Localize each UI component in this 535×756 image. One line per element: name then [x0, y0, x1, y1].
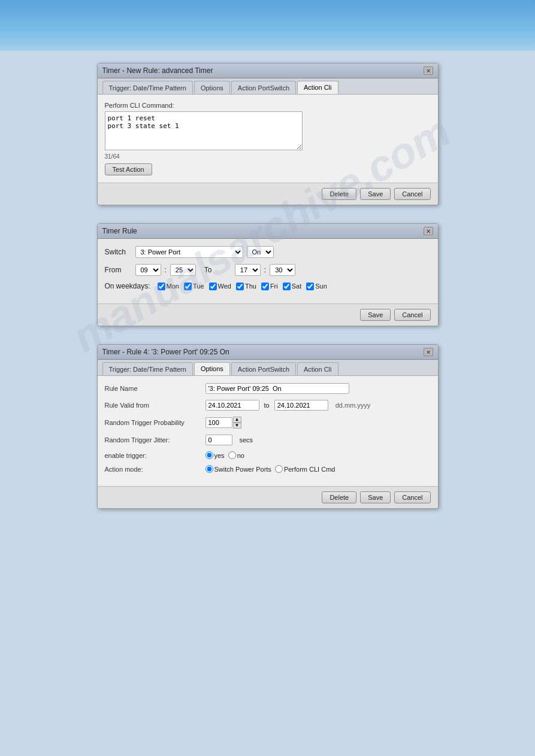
time-separator-2: :	[264, 266, 266, 274]
dialog3-delete-button[interactable]: Delete	[322, 491, 356, 503]
tab-action-cli[interactable]: Action Cli	[297, 81, 338, 94]
switch-row: Switch 3: Power Port On Off	[105, 246, 431, 258]
dialog1-delete-button[interactable]: Delete	[322, 188, 356, 200]
enable-trigger-yes-radio[interactable]	[205, 451, 213, 459]
rule-name-row: Rule Name	[105, 383, 431, 394]
action-mode-row: Action mode: Switch Power Ports Perform …	[105, 465, 431, 473]
dialog3-close-button[interactable]: ✕	[424, 348, 433, 356]
checkbox-fri[interactable]	[261, 283, 269, 290]
enable-trigger-row: enable trigger: yes no	[105, 451, 431, 459]
dialog2-title: Timer Rule	[102, 227, 137, 235]
enable-trigger-no-label[interactable]: no	[228, 451, 244, 459]
char-count: 31/64	[105, 153, 431, 160]
time-row: From 09 : 25 To 17 : 30	[105, 264, 431, 276]
enable-trigger-radio-group: yes no	[205, 451, 244, 459]
dialog3-tab-portswitch[interactable]: Action PortSwitch	[231, 362, 296, 375]
day-tue-label: Tue	[193, 283, 204, 290]
dialog1-save-button[interactable]: Save	[360, 188, 391, 200]
spinner-down[interactable]: ▼	[233, 423, 241, 429]
from-hour-select[interactable]: 09	[135, 264, 161, 276]
checkbox-thu[interactable]	[236, 283, 244, 290]
weekdays-label: On weekdays:	[105, 282, 150, 290]
weekday-row: On weekdays: Mon Tue Wed Thu	[105, 282, 431, 290]
jitter-unit: secs	[240, 436, 253, 444]
random-jitter-input[interactable]	[205, 435, 232, 445]
dialog1-tabs: Trigger: Date/Time Pattern Options Actio…	[98, 78, 438, 95]
dialog3-tabs: Trigger: Date/Time Pattern Options Actio…	[98, 360, 438, 376]
day-fri-label: Fri	[270, 283, 278, 290]
dialog3-body: Rule Name Rule Valid from to dd.mm.yyyy …	[98, 376, 438, 486]
dialog3-tab-trigger[interactable]: Trigger: Date/Time Pattern	[102, 362, 193, 375]
cli-label: Perform CLI Command:	[105, 102, 431, 109]
day-fri[interactable]: Fri	[261, 283, 278, 290]
date-format: dd.mm.yyyy	[335, 402, 371, 409]
dialog2-close-button[interactable]: ✕	[424, 227, 433, 235]
state-select[interactable]: On Off	[247, 246, 274, 258]
from-min-select[interactable]: 25	[170, 264, 196, 276]
day-wed[interactable]: Wed	[209, 283, 231, 290]
action-switch-radio[interactable]	[205, 465, 213, 473]
rule-valid-from-input[interactable]	[205, 400, 259, 411]
dialog3-tab-cli[interactable]: Action Cli	[297, 362, 338, 375]
rule-valid-to-input[interactable]	[274, 400, 328, 411]
test-action-button[interactable]: Test Action	[105, 163, 152, 175]
spinner-up[interactable]: ▲	[233, 417, 241, 423]
dialog-new-rule: Timer - New Rule: advanced Timer ✕ Trigg…	[97, 63, 439, 205]
enable-trigger-yes-label[interactable]: yes	[205, 451, 225, 459]
dialog1-titlebar: Timer - New Rule: advanced Timer ✕	[98, 63, 438, 78]
to-hour-select[interactable]: 17	[235, 264, 261, 276]
dialog2-body: Switch 3: Power Port On Off From 09 : 25	[98, 239, 438, 303]
checkbox-mon[interactable]	[158, 283, 165, 290]
action-switch-text: Switch Power Ports	[214, 466, 271, 473]
enable-trigger-no-radio[interactable]	[228, 451, 236, 459]
day-mon[interactable]: Mon	[158, 283, 179, 290]
dialog3-tab-options[interactable]: Options	[194, 362, 230, 375]
checkbox-tue[interactable]	[184, 283, 192, 290]
action-cli-radio[interactable]	[275, 465, 283, 473]
enable-trigger-no-text: no	[237, 452, 244, 459]
dialog2-save-button[interactable]: Save	[360, 309, 391, 321]
dialog2-cancel-button[interactable]: Cancel	[394, 309, 430, 321]
random-prob-spinner: ▲ ▼	[205, 417, 241, 429]
action-cli-label[interactable]: Perform CLI Cmd	[275, 465, 335, 473]
to-label: To	[204, 266, 231, 274]
action-switch-label[interactable]: Switch Power Ports	[205, 465, 271, 473]
rule-name-label: Rule Name	[105, 385, 201, 392]
day-thu[interactable]: Thu	[236, 283, 256, 290]
day-mon-label: Mon	[167, 283, 179, 290]
random-jitter-row: Random Trigger Jitter: secs	[105, 435, 431, 445]
top-bar	[0, 0, 535, 51]
dialog1-cancel-button[interactable]: Cancel	[394, 188, 430, 200]
checkbox-sun[interactable]	[306, 283, 314, 290]
to-min-select[interactable]: 30	[270, 264, 295, 276]
action-cli-text: Perform CLI Cmd	[284, 466, 335, 473]
day-sat[interactable]: Sat	[283, 283, 302, 290]
page-content: Timer - New Rule: advanced Timer ✕ Trigg…	[0, 51, 535, 521]
dialog1-close-button[interactable]: ✕	[424, 66, 433, 75]
dialog1-body: Perform CLI Command: port 1 reset port 3…	[98, 95, 438, 183]
spinner-arrows: ▲ ▼	[233, 417, 241, 429]
dialog3-save-button[interactable]: Save	[360, 491, 391, 503]
tab-trigger-datetime[interactable]: Trigger: Date/Time Pattern	[102, 81, 193, 94]
dialog-rule4: Timer - Rule 4: '3: Power Port' 09:25 On…	[97, 344, 439, 509]
dialog3-cancel-button[interactable]: Cancel	[394, 491, 430, 503]
time-separator-1: :	[165, 266, 167, 274]
from-label: From	[105, 266, 132, 274]
day-sun-label: Sun	[315, 283, 327, 290]
cli-textarea[interactable]: port 1 reset port 3 state set 1	[105, 111, 303, 150]
checkbox-wed[interactable]	[209, 283, 217, 290]
random-prob-label: Random Trigger Probability	[105, 419, 201, 426]
dialog1-footer: Delete Save Cancel	[98, 183, 438, 205]
day-sun[interactable]: Sun	[306, 283, 327, 290]
enable-trigger-yes-text: yes	[214, 452, 225, 459]
tab-options[interactable]: Options	[194, 81, 230, 94]
switch-select[interactable]: 3: Power Port	[135, 246, 243, 258]
rule-name-input[interactable]	[205, 383, 349, 394]
action-mode-label: Action mode:	[105, 466, 201, 473]
day-tue[interactable]: Tue	[184, 283, 204, 290]
tab-action-portswitch[interactable]: Action PortSwitch	[231, 81, 296, 94]
dialog3-titlebar: Timer - Rule 4: '3: Power Port' 09:25 On…	[98, 345, 438, 360]
checkbox-sat[interactable]	[283, 283, 291, 290]
day-thu-label: Thu	[245, 283, 256, 290]
random-prob-input[interactable]	[205, 417, 232, 428]
